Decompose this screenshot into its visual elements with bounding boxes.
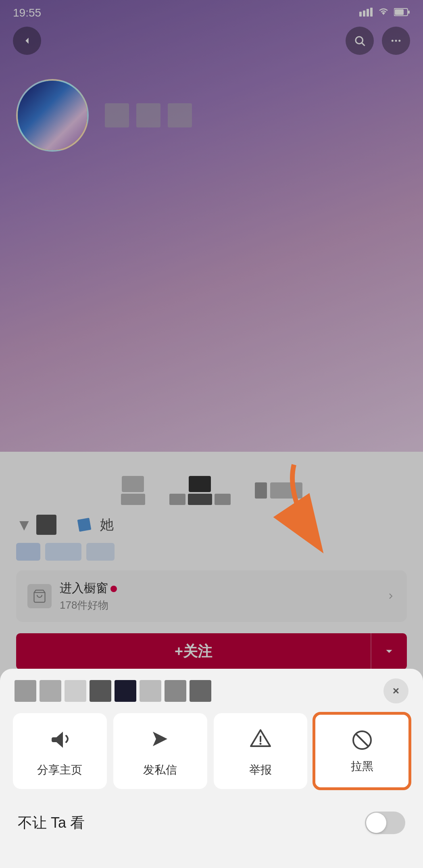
sheet-block-1: [15, 680, 36, 702]
block-icon: [351, 729, 373, 751]
action-message[interactable]: 发私信: [113, 713, 207, 789]
action-block[interactable]: 拉黑: [314, 713, 410, 789]
block-label: 拉黑: [351, 759, 373, 774]
share-label: 分享主页: [37, 762, 82, 778]
svg-point-15: [259, 743, 261, 745]
message-icon: [149, 728, 171, 755]
bottom-sheet: × 分享主页 发私信: [0, 669, 423, 868]
sheet-block-3: [65, 680, 86, 702]
sheet-block-8: [190, 680, 211, 702]
report-label: 举报: [249, 762, 272, 778]
sheet-block-2: [40, 680, 61, 702]
sheet-user-blocks: [15, 680, 211, 702]
sheet-block-7: [165, 680, 186, 702]
report-icon: [249, 728, 272, 755]
action-report[interactable]: 举报: [214, 713, 308, 789]
privacy-toggle[interactable]: [365, 812, 405, 834]
action-share[interactable]: 分享主页: [13, 713, 107, 789]
actions-grid: 分享主页 发私信 举报: [13, 713, 410, 789]
svg-line-17: [356, 734, 369, 747]
toggle-knob: [366, 813, 386, 833]
privacy-row: 不让 Ta 看: [13, 802, 410, 844]
sheet-block-5: [115, 680, 136, 702]
share-icon: [48, 728, 71, 755]
sheet-block-6: [140, 680, 161, 702]
sheet-block-4: [90, 680, 111, 702]
sheet-header: ×: [13, 678, 410, 703]
close-button[interactable]: ×: [383, 678, 408, 703]
privacy-label: 不让 Ta 看: [18, 813, 85, 833]
message-label: 发私信: [143, 762, 177, 778]
